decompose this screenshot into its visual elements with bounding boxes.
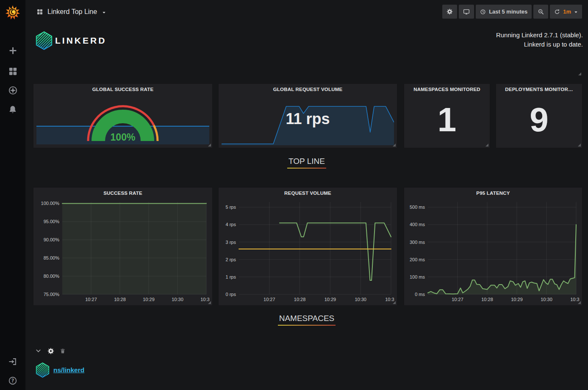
- section-underline: [278, 325, 336, 326]
- svg-text:10:30: 10:30: [172, 297, 183, 302]
- panel-title[interactable]: P95 LATENCY: [404, 191, 582, 196]
- dashboard-title-button[interactable]: Linkerd Top Line: [34, 0, 108, 23]
- sidebar-explore-button[interactable]: [0, 81, 25, 99]
- zoom-out-button[interactable]: [533, 5, 548, 19]
- dashboard-grid-icon: [36, 8, 43, 15]
- namespace-link[interactable]: ns/linkerd: [53, 366, 84, 374]
- linkerd-status-text: Running Linkerd 2.7.1 (stable). Linkerd …: [496, 30, 583, 49]
- row-delete-button[interactable]: [60, 348, 66, 354]
- svg-text:85.00%: 85.00%: [44, 255, 60, 260]
- svg-text:10:27: 10:27: [85, 297, 97, 302]
- svg-text:400 ms: 400 ms: [410, 222, 425, 227]
- sidebar-dashboards-button[interactable]: [0, 62, 25, 80]
- grafana-logo[interactable]: [0, 3, 25, 22]
- svg-text:10:27: 10:27: [263, 297, 275, 302]
- sidebar-signin-button[interactable]: [0, 353, 25, 371]
- svg-text:0 rps: 0 rps: [226, 292, 236, 297]
- section-title: TOP LINE: [287, 157, 326, 166]
- row-settings-button[interactable]: [47, 348, 54, 354]
- svg-text:10:27: 10:27: [452, 297, 463, 302]
- sidebar-alerting-button[interactable]: [0, 101, 25, 119]
- section-namespaces: NAMESPACES: [25, 314, 588, 326]
- panel-request-volume: REQUEST VOLUME 0 rps1 rps2 rps3 rps4 rps…: [218, 187, 397, 306]
- monitor-icon: [463, 8, 470, 15]
- panel-resize-handle[interactable]: [578, 144, 581, 147]
- section-top-line: TOP LINE: [25, 157, 588, 169]
- linkerd-wordmark: LINKERD: [55, 36, 106, 46]
- refresh-icon: [554, 9, 560, 15]
- panel-resize-handle[interactable]: [578, 72, 581, 75]
- row-controls: [35, 347, 66, 354]
- grafana-flame-icon: [5, 5, 20, 20]
- p95-latency-chart[interactable]: 0 ms100 ms200 ms300 ms400 ms500 ms10:271…: [406, 199, 580, 304]
- caret-down-icon: [574, 10, 578, 14]
- svg-text:10:28: 10:28: [114, 297, 126, 302]
- svg-text:1 rps: 1 rps: [226, 274, 236, 279]
- trash-icon: [60, 348, 66, 354]
- svg-text:10:28: 10:28: [481, 297, 493, 302]
- section-title: NAMESPACES: [278, 314, 336, 323]
- panel-resize-handle[interactable]: [485, 144, 488, 147]
- panel-p95-latency: P95 LATENCY 0 ms100 ms200 ms300 ms400 ms…: [404, 187, 582, 306]
- panel-resize-handle[interactable]: [578, 301, 581, 304]
- sidebar-help-button[interactable]: [0, 372, 25, 390]
- tv-mode-button[interactable]: [459, 5, 474, 19]
- gear-icon: [447, 8, 453, 15]
- svg-text:2 rps: 2 rps: [226, 257, 236, 262]
- svg-text:95.00%: 95.00%: [44, 219, 60, 224]
- refresh-button[interactable]: 1m: [550, 5, 582, 19]
- chevron-down-icon: [35, 347, 42, 354]
- svg-text:4 rps: 4 rps: [226, 222, 236, 227]
- svg-text:10:29: 10:29: [511, 297, 523, 302]
- svg-text:3 rps: 3 rps: [226, 240, 236, 245]
- panel-title[interactable]: REQUEST VOLUME: [219, 191, 397, 196]
- dashboard-settings-button[interactable]: [442, 5, 457, 19]
- svg-text:10:30: 10:30: [355, 297, 366, 302]
- panel-title[interactable]: SUCCESS RATE: [33, 191, 212, 196]
- panel-global-success-rate: GLOBAL SUCCESS RATE 100%: [33, 83, 213, 148]
- svg-text:75.00%: 75.00%: [44, 292, 60, 297]
- panel-title[interactable]: NAMESPACES MONITORED: [404, 87, 490, 92]
- svg-text:200 ms: 200 ms: [410, 257, 425, 262]
- svg-text:0 ms: 0 ms: [415, 292, 425, 297]
- svg-text:5 rps: 5 rps: [226, 205, 236, 210]
- plus-icon: [8, 46, 17, 55]
- time-range-label: Last 5 minutes: [489, 8, 527, 15]
- status-line-1: Running Linkerd 2.7.1 (stable).: [496, 30, 583, 40]
- linkerd-mark-icon: [36, 362, 50, 378]
- clock-icon: [480, 9, 486, 15]
- navbar-controls: Last 5 minutes 1m: [442, 5, 582, 19]
- gear-icon: [47, 348, 54, 354]
- sidebar: [0, 0, 25, 390]
- success-rate-gauge: 100%: [80, 97, 165, 146]
- svg-text:100 ms: 100 ms: [410, 274, 425, 279]
- panel-resize-handle[interactable]: [208, 301, 211, 304]
- svg-text:300 ms: 300 ms: [410, 240, 425, 245]
- svg-text:10:29: 10:29: [325, 297, 336, 302]
- stat-value: 11 rps: [219, 110, 397, 128]
- panel-title[interactable]: DEPLOYMENTS MONITOR…: [496, 87, 582, 92]
- dashboards-grid-icon: [8, 66, 18, 76]
- sidebar-create-button[interactable]: [0, 41, 25, 59]
- time-range-button[interactable]: Last 5 minutes: [476, 5, 532, 19]
- svg-text:10:30: 10:30: [541, 297, 552, 302]
- request-volume-chart[interactable]: 0 rps1 rps2 rps3 rps4 rps5 rps10:2710:28…: [220, 199, 394, 304]
- help-icon: [8, 376, 17, 385]
- linkerd-mark-icon: [36, 31, 53, 50]
- stat-value: 9: [496, 91, 582, 148]
- navbar: Linkerd Top Line Last 5 minutes 1m: [25, 0, 588, 23]
- success-rate-chart[interactable]: 75.00%80.00%85.00%90.00%95.00%100.00%10:…: [35, 199, 210, 304]
- sign-in-icon: [8, 357, 17, 366]
- namespace-row: ns/linkerd: [36, 362, 84, 378]
- caret-down-icon: [102, 11, 106, 14]
- panel-title[interactable]: GLOBAL REQUEST VOLUME: [219, 87, 397, 92]
- panel-resize-handle[interactable]: [393, 301, 396, 304]
- svg-text:10:29: 10:29: [143, 297, 155, 302]
- alerting-bell-icon: [8, 105, 17, 114]
- row-collapse-button[interactable]: [35, 347, 42, 354]
- svg-text:90.00%: 90.00%: [44, 237, 60, 242]
- grafana-dashboard: Linkerd Top Line Last 5 minutes 1m LINKE…: [0, 0, 588, 390]
- section-underline: [287, 168, 326, 169]
- svg-text:500 ms: 500 ms: [410, 205, 425, 210]
- panel-title[interactable]: GLOBAL SUCCESS RATE: [33, 87, 212, 92]
